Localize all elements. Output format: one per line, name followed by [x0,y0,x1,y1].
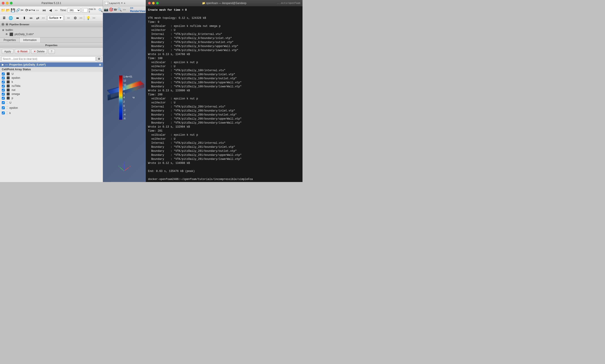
svg-line-7 [120,168,124,171]
zoom-icon[interactable]: 🔍 [117,6,122,13]
apply-button[interactable]: Apply [2,49,13,54]
terminal-line: VTK mesh topology: 0.12 s, 124328 kB [148,16,300,20]
layout-item: Layout #1 ✕ [109,2,123,4]
pipeline-header-title: Pipeline Browser [9,23,29,26]
toggle-icon-2[interactable]: ⚙ [72,15,78,21]
prev-frame-icon[interactable]: ◀ [48,7,53,13]
reset-icon[interactable]: ⟳ [25,7,28,13]
reset-camera-icon[interactable]: 🎯 [109,6,113,13]
array-checkbox-U2[interactable] [2,101,5,104]
help-button[interactable]: ? [48,49,55,54]
render-more[interactable]: >> [122,8,127,12]
terminal-line: Boundary : "VTK/pitzDaily_100/boundary/o… [148,77,300,81]
array-checkbox-nuTilda[interactable] [2,85,5,88]
delete-button[interactable]: ✕ Delete [31,49,47,54]
pipeline-builtin-item[interactable]: 🖥 builtin: [0,28,103,32]
connect-icon[interactable]: 🔗 [16,7,20,13]
array-checkbox-k2[interactable] [2,112,5,114]
time-max-label: max is 3 [89,8,97,13]
tab-information[interactable]: Information [20,38,40,42]
array-checkbox-epsilon[interactable] [2,77,5,79]
save-icon[interactable]: 💾 [11,7,15,13]
view-icon-3[interactable]: ⬌ [14,15,21,21]
maximize-button[interactable] [10,2,13,4]
terminal-close-button[interactable] [148,2,151,4]
view-icon-2[interactable]: 🌐 [8,15,14,21]
render-toolbar: 📷 🎯 3D 🔍 >> >> RenderView1 ▦ ⊟ ⊞ ✕ [103,6,146,13]
pipeline-pin-btn[interactable]: ⊕ [5,23,9,26]
layout-add-icon[interactable]: + [124,1,125,5]
colorbar-label-12: 12 [123,79,132,82]
terminal-line: Boundary : "VTK/pitzDaily_281/boundary/i… [148,145,300,149]
array-cube-icon-U: ⬛ [6,72,10,76]
layout-close-icon[interactable]: ✕ [121,2,123,4]
array-checkbox-p[interactable] [2,97,5,100]
array-cube-icon-nuTilda: ⬛ [6,84,10,88]
view-icon-1[interactable]: 🖥 [1,15,7,21]
surface-dropdown[interactable]: Surface ▼ [47,15,63,21]
disconnect-icon[interactable]: ✂ [21,7,24,13]
array-checkbox-nut[interactable] [2,89,5,91]
tab-properties[interactable]: Properties [0,38,20,42]
properties-tab-bar: Properties Information [0,38,103,43]
open-file-icon[interactable]: 📁 [1,7,5,13]
terminal-line: Boundary : "VTK/pitzDaily_281/boundary/u… [148,153,300,157]
terminal-line: Boundary : "VTK/pitzDaily_0/boundary/inl… [148,36,300,40]
properties-panel-header: Properties [0,43,103,48]
paraview-title-bar: ParaView 5.13.1 [0,0,103,6]
colorbar-gradient [119,75,122,120]
array-checkbox-omega[interactable] [2,93,5,96]
svg-text:Y: Y [118,165,119,168]
delete-x-icon: ✕ [34,50,36,53]
pipeline-file-item[interactable]: 👁 ⬛ pitzDaily_0.vtm* [0,32,103,37]
minimize-button[interactable] [6,2,9,4]
array-checkbox-k[interactable] [2,81,5,83]
time-number-input[interactable] [81,8,88,13]
reset-button[interactable]: ⊘ Reset [15,49,30,54]
search-settings-icon[interactable]: ⚙ [96,56,101,61]
array-name-U2: U [9,101,12,104]
svg-text:X: X [130,165,131,168]
terminal-line: Boundary : "VTK/pitzDaily_200/boundary/o… [148,113,300,117]
array-name-epsilon: epsilon [12,76,20,79]
camera-icon[interactable]: 📷 [104,6,108,13]
view-icon-4[interactable]: ⬍ [21,15,27,21]
open-folder-icon[interactable]: 📂 [6,7,10,13]
terminal-content[interactable]: Create mesh for time = 0 VTK mesh topolo… [146,6,302,182]
first-frame-icon[interactable]: ⏮ [41,7,47,13]
view-more[interactable]: >> [41,16,45,20]
array-checkbox-epsilon2[interactable] [2,106,5,109]
array-dots-icon-epsilon2: ⁚ [6,106,8,110]
surface-label: Surface [49,16,58,19]
terminal-line: volScalar : epsilon k nuTilda nut omega … [148,24,300,28]
close-button[interactable] [2,2,4,4]
view-more3[interactable]: >> [92,16,96,20]
redo-icon[interactable]: ↪ [32,7,35,13]
search-input[interactable] [1,56,96,61]
search-zoom-icon[interactable]: 🔍 [98,7,103,13]
undo-icon[interactable]: ↩ [29,7,32,13]
terminal-line: volScalar : epsilon k nut p [148,133,300,137]
render-viewport[interactable]: 1.4e+01 12 10 8 6 4 2 0 -2 -4 -6 X Y Z p [103,13,146,182]
copy-icon[interactable]: ⊞ [99,63,101,66]
view-icon-6[interactable]: ⇄ [35,15,41,21]
render-view-3d-icon[interactable]: 3D [114,6,117,13]
view-more2[interactable]: >> [79,16,83,20]
toggle-icon-1[interactable]: ↔ [65,15,72,21]
array-name-U: U [12,72,14,76]
terminal-line: Boundary : "VTK/pitzDaily_200/boundary/l… [148,121,300,125]
light-icon[interactable]: 💡 [85,15,91,21]
terminal-line: Internal : "VTK/pitzDaily_100/internal.v… [148,68,300,73]
terminal-maximize-button[interactable] [156,2,159,4]
pipeline-close-btn[interactable]: ✕ [1,23,4,26]
paraview-panel: ParaView 5.13.1 📁 📂 💾 🔗 ✂ ⟳ ↩ ↪ >> ⏮ ◀ >… [0,0,103,182]
play-more[interactable]: >> [54,9,58,12]
terminal-minimize-button[interactable] [152,2,155,4]
time-selector[interactable]: 281 [68,8,81,13]
colorbar-label-10: 10 [123,83,132,86]
view-icon-5[interactable]: ⇔ [28,15,34,21]
array-checkbox-U[interactable] [2,73,5,76]
more-icon[interactable]: >> [35,9,40,12]
pipeline-browser-header: ✕ ⊕ Pipeline Browser [0,22,103,27]
array-section-header: Cell/Point Array Status [0,67,103,72]
